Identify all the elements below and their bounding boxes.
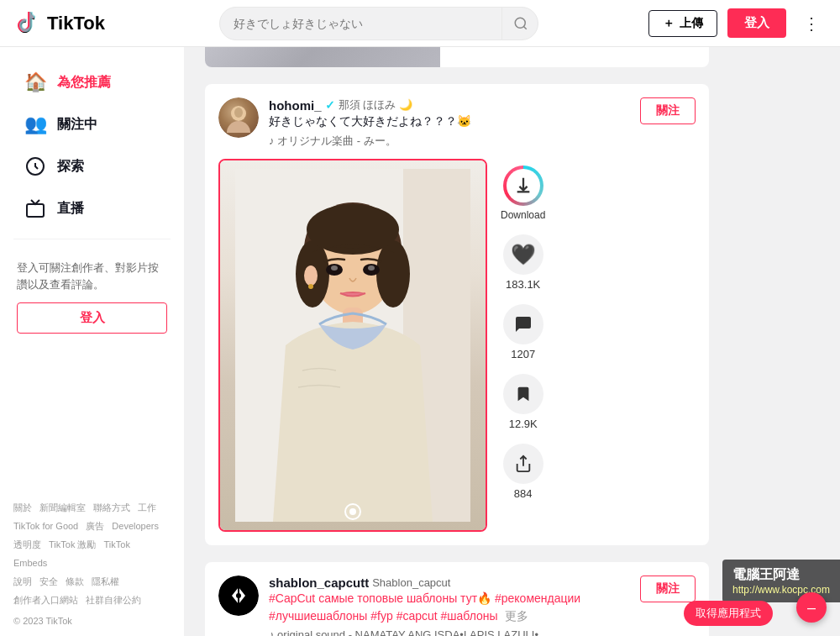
notification-dot[interactable]: – [796,592,827,623]
sidebar-footer: 關於 新聞編輯室 聯絡方式 工作 TikTok for Good 廣告 Deve… [0,488,184,636]
like-action[interactable]: 🖤 183.1K [503,234,543,291]
post-2: shablon_capcutt Shablon_capcut #CapCut с… [205,562,709,636]
share-icon [514,455,533,473]
footer-link-developers[interactable]: Developers [112,521,159,531]
video-person [235,169,470,522]
post-1-username[interactable]: hohomi_ ✓ 那須 ほほみ 🌙 [269,97,630,113]
post-2-hashtags[interactable]: #CapCut самые топовые шаблоны тут🔥 #реко… [269,591,580,623]
svg-point-22 [236,593,241,598]
post-2-info: shablon_capcutt Shablon_capcut #CapCut с… [269,576,630,636]
header-login-button[interactable]: 登入 [727,8,786,38]
footer-link-jobs[interactable]: 工作 [138,502,156,512]
post-2-username[interactable]: shablon_capcutt Shablon_capcut [269,576,630,590]
post-2-music: ♪ original sound - NAMATAY ANG ISDA•LAPI… [269,628,630,636]
header-right: ＋ 上傳 登入 ⋮ [648,8,827,38]
footer-link-privacy[interactable]: 隱私權 [92,576,119,586]
svg-point-6 [234,108,243,118]
footer-link-transparency[interactable]: 透明度 [13,539,41,549]
footer-link-inspire[interactable]: TikTok 激勵 [49,539,96,549]
post-2-header: shablon_capcutt Shablon_capcut #CapCut с… [218,576,696,636]
footer-link-ads[interactable]: 廣告 [86,521,104,531]
post-2-avatar[interactable] [218,576,259,616]
search-button[interactable] [501,7,538,40]
sidebar-login-prompt: 登入可關注創作者、對影片按讚以及查看評論。 [17,260,167,292]
post-1-header: hohomi_ ✓ 那須 ほほみ 🌙 好きじゃなくて大好きだよね？？？🐱 ♪ オ… [218,97,696,149]
nav-for-you[interactable]: 🏠 為您推薦 [7,62,177,102]
svg-point-19 [308,284,313,289]
notification-icon: – [807,599,816,617]
footer-link-help[interactable]: 說明 [13,576,32,586]
upload-button[interactable]: ＋ 上傳 [648,10,717,37]
post-2-follow-button[interactable]: 關注 [640,576,696,602]
nav-explore[interactable]: 探索 [7,146,177,187]
post-1-display-name: 那須 ほほみ 🌙 [339,97,412,113]
share-icon-circle [503,444,543,484]
avatar-face [223,102,254,133]
copyright-text: © 2023 TikTok [13,616,171,626]
video-background [220,160,486,530]
avatar-image [218,97,259,138]
sidebar-item-label-explore: 探索 [57,158,84,176]
logo-text: TikTok [47,13,105,34]
footer-link-safety[interactable]: 安全 [39,576,58,586]
svg-point-5 [227,121,250,133]
footer-link-community[interactable]: 社群自律公約 [86,595,141,605]
sidebar-login-button[interactable]: 登入 [17,302,167,334]
post-1-avatar[interactable] [218,97,259,138]
comment-icon-circle [503,304,543,344]
verified-badge: ✓ [325,98,335,112]
footer-link-newsroom[interactable]: 新聞編輯室 [39,502,86,512]
nav-following[interactable]: 👥 關注中 [7,104,177,145]
bookmark-action[interactable]: 12.9K [503,374,543,430]
download-label: Download [501,209,545,221]
explore-icon [24,155,47,178]
svg-rect-2 [27,204,44,217]
footer-link-about[interactable]: 關於 [13,502,32,512]
footer-link-tiktokgood[interactable]: TikTok for Good [13,521,78,531]
download-icon-inner [507,169,540,202]
upload-label: 上傳 [680,16,703,31]
sidebar-item-label-for-you: 為您推薦 [57,74,111,92]
get-app-notice[interactable]: 取得應用程式 [684,601,773,626]
sidebar-divider [13,239,171,239]
bookmark-icon [514,385,533,403]
like-icon-circle: 🖤 [503,234,543,275]
svg-point-16 [331,265,338,271]
svg-point-0 [515,18,525,28]
post-2-more[interactable]: 更多 [505,609,528,623]
sidebar: 🏠 為您推薦 👥 關注中 探索 直播 登入可關注創作者、對影片按讚以及查看評論。… [0,47,185,636]
watermark-title: 電腦王阿達 [732,566,830,584]
comment-count: 1207 [511,348,535,360]
home-icon: 🏠 [24,71,47,94]
share-count: 884 [514,487,533,500]
footer-link-creator-portal[interactable]: 創作者入口網站 [13,595,78,605]
post-1-video-thumbnail[interactable] [218,159,487,532]
live-icon [24,197,47,220]
header: TikTok ＋ 上傳 登入 ⋮ [0,0,840,47]
footer-link-terms[interactable]: 條款 [66,576,84,586]
watermark: 電腦王阿達 http://www.kocpc.com [722,560,840,602]
download-action[interactable]: Download [501,166,545,221]
download-icon [514,176,533,195]
share-action[interactable]: 884 [503,444,543,500]
nav-live[interactable]: 直播 [7,188,177,229]
svg-point-17 [368,265,375,271]
capcut-icon [227,584,250,607]
comment-action[interactable]: 1207 [503,304,543,360]
post-1-music: ♪ オリジナル楽曲 - みー。 [269,134,630,149]
main-content: 59.7K hohomi_ [185,0,840,636]
following-icon: 👥 [24,113,47,136]
post-1-video-area: Download 🖤 183.1K [218,159,696,532]
footer-link-contact[interactable]: 聯絡方式 [93,502,130,512]
more-menu-button[interactable]: ⋮ [796,10,827,37]
sidebar-item-label-following: 關注中 [57,116,97,134]
post-2-display-name: Shablon_capcut [372,576,450,589]
search-input[interactable] [219,7,538,40]
post-2-caption: #CapCut самые топовые шаблоны тут🔥 #реко… [269,590,630,625]
post-1-follow-button[interactable]: 關注 [640,97,696,124]
post-1-action-buttons: Download 🖤 183.1K [501,159,545,500]
footer-links: 關於 新聞編輯室 聯絡方式 工作 TikTok for Good 廣告 Deve… [13,498,171,609]
logo[interactable]: TikTok [13,10,165,37]
sidebar-login-section: 登入可關注創作者、對影片按讚以及查看評論。 登入 [0,250,184,344]
download-circle [503,166,543,206]
